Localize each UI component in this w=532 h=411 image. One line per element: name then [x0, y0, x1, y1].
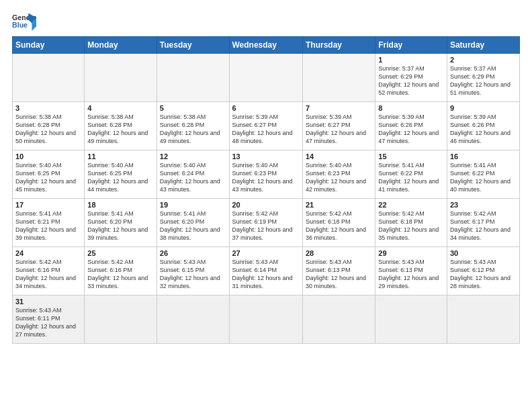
calendar-cell [85, 295, 157, 344]
day-info: Sunrise: 5:40 AM Sunset: 6:23 PM Dayligh… [232, 161, 300, 194]
day-info: Sunrise: 5:41 AM Sunset: 6:21 PM Dayligh… [15, 210, 81, 242]
col-header-sunday: Sunday [13, 37, 85, 54]
day-number: 4 [87, 104, 153, 112]
calendar-cell: 13Sunrise: 5:40 AM Sunset: 6:23 PM Dayli… [229, 150, 302, 199]
day-info: Sunrise: 5:39 AM Sunset: 6:26 PM Dayligh… [378, 113, 444, 146]
calendar-cell [229, 295, 302, 344]
day-info: Sunrise: 5:43 AM Sunset: 6:12 PM Dayligh… [450, 258, 517, 291]
day-number: 14 [306, 152, 372, 161]
day-info: Sunrise: 5:42 AM Sunset: 6:18 PM Dayligh… [378, 210, 444, 242]
calendar-cell: 20Sunrise: 5:42 AM Sunset: 6:19 PM Dayli… [229, 199, 302, 247]
day-info: Sunrise: 5:40 AM Sunset: 6:25 PM Dayligh… [15, 161, 81, 194]
day-info: Sunrise: 5:40 AM Sunset: 6:24 PM Dayligh… [160, 161, 226, 194]
day-number: 23 [450, 201, 517, 209]
calendar-cell: 7Sunrise: 5:39 AM Sunset: 6:27 PM Daylig… [302, 102, 375, 150]
day-number: 9 [450, 104, 517, 112]
day-number: 30 [450, 249, 517, 257]
day-info: Sunrise: 5:41 AM Sunset: 6:20 PM Dayligh… [87, 210, 153, 242]
calendar-cell: 24Sunrise: 5:42 AM Sunset: 6:16 PM Dayli… [13, 247, 85, 295]
calendar-cell [229, 54, 302, 102]
calendar-cell: 4Sunrise: 5:38 AM Sunset: 6:28 PM Daylig… [85, 102, 157, 150]
week-row-2: 3Sunrise: 5:38 AM Sunset: 6:28 PM Daylig… [13, 102, 520, 150]
day-info: Sunrise: 5:42 AM Sunset: 6:18 PM Dayligh… [306, 210, 372, 242]
calendar-cell: 3Sunrise: 5:38 AM Sunset: 6:28 PM Daylig… [13, 102, 85, 150]
calendar-cell: 6Sunrise: 5:39 AM Sunset: 6:27 PM Daylig… [229, 102, 302, 150]
logo: General Blue [12, 12, 36, 31]
calendar-cell: 2Sunrise: 5:37 AM Sunset: 6:29 PM Daylig… [447, 54, 519, 102]
calendar-cell: 21Sunrise: 5:42 AM Sunset: 6:18 PM Dayli… [302, 199, 375, 247]
calendar-cell [302, 295, 375, 344]
calendar-cell: 27Sunrise: 5:43 AM Sunset: 6:14 PM Dayli… [229, 247, 302, 295]
calendar-cell [302, 54, 375, 102]
day-number: 3 [15, 104, 81, 112]
calendar-cell: 1Sunrise: 5:37 AM Sunset: 6:29 PM Daylig… [375, 54, 447, 102]
svg-text:Blue: Blue [12, 21, 28, 29]
day-number: 18 [87, 201, 153, 209]
calendar-cell: 25Sunrise: 5:42 AM Sunset: 6:16 PM Dayli… [85, 247, 157, 295]
day-number: 19 [160, 201, 226, 209]
week-row-3: 10Sunrise: 5:40 AM Sunset: 6:25 PM Dayli… [13, 150, 520, 199]
day-number: 25 [87, 249, 153, 257]
calendar-cell: 23Sunrise: 5:42 AM Sunset: 6:17 PM Dayli… [447, 199, 519, 247]
calendar-cell [157, 54, 229, 102]
calendar-cell: 28Sunrise: 5:43 AM Sunset: 6:13 PM Dayli… [302, 247, 375, 295]
day-number: 16 [450, 152, 517, 161]
calendar-cell [375, 295, 447, 344]
day-info: Sunrise: 5:42 AM Sunset: 6:19 PM Dayligh… [232, 210, 300, 242]
day-number: 20 [232, 201, 300, 209]
calendar-cell: 16Sunrise: 5:41 AM Sunset: 6:22 PM Dayli… [447, 150, 519, 199]
col-header-tuesday: Tuesday [157, 37, 229, 54]
day-number: 29 [378, 249, 444, 257]
day-info: Sunrise: 5:41 AM Sunset: 6:22 PM Dayligh… [378, 161, 444, 194]
calendar-cell: 14Sunrise: 5:40 AM Sunset: 6:23 PM Dayli… [302, 150, 375, 199]
day-info: Sunrise: 5:40 AM Sunset: 6:23 PM Dayligh… [306, 161, 372, 194]
calendar-table: SundayMondayTuesdayWednesdayThursdayFrid… [12, 36, 520, 344]
day-number: 6 [232, 104, 300, 112]
calendar-cell: 29Sunrise: 5:43 AM Sunset: 6:13 PM Dayli… [375, 247, 447, 295]
day-number: 11 [87, 152, 153, 161]
day-number: 2 [450, 56, 517, 64]
day-info: Sunrise: 5:38 AM Sunset: 6:28 PM Dayligh… [15, 113, 81, 146]
day-info: Sunrise: 5:43 AM Sunset: 6:13 PM Dayligh… [306, 258, 372, 291]
day-info: Sunrise: 5:43 AM Sunset: 6:15 PM Dayligh… [160, 258, 226, 291]
day-number: 26 [160, 249, 226, 257]
day-number: 1 [378, 56, 444, 64]
day-number: 13 [232, 152, 300, 161]
col-header-saturday: Saturday [447, 37, 519, 54]
day-info: Sunrise: 5:39 AM Sunset: 6:27 PM Dayligh… [306, 113, 372, 146]
day-number: 7 [306, 104, 372, 112]
day-info: Sunrise: 5:38 AM Sunset: 6:28 PM Dayligh… [160, 113, 226, 146]
generalblue-logo-icon: General Blue [12, 12, 36, 31]
day-info: Sunrise: 5:41 AM Sunset: 6:22 PM Dayligh… [450, 161, 517, 194]
calendar-cell [447, 295, 519, 344]
day-number: 21 [306, 201, 372, 209]
day-info: Sunrise: 5:40 AM Sunset: 6:25 PM Dayligh… [87, 161, 153, 194]
col-header-monday: Monday [85, 37, 157, 54]
calendar-cell: 22Sunrise: 5:42 AM Sunset: 6:18 PM Dayli… [375, 199, 447, 247]
day-number: 5 [160, 104, 226, 112]
day-info: Sunrise: 5:37 AM Sunset: 6:29 PM Dayligh… [450, 64, 517, 97]
day-number: 12 [160, 152, 226, 161]
calendar-cell: 12Sunrise: 5:40 AM Sunset: 6:24 PM Dayli… [157, 150, 229, 199]
calendar-cell: 31Sunrise: 5:43 AM Sunset: 6:11 PM Dayli… [13, 295, 85, 344]
day-number: 17 [15, 201, 81, 209]
calendar-cell: 10Sunrise: 5:40 AM Sunset: 6:25 PM Dayli… [13, 150, 85, 199]
col-header-friday: Friday [375, 37, 447, 54]
calendar-cell: 26Sunrise: 5:43 AM Sunset: 6:15 PM Dayli… [157, 247, 229, 295]
calendar-header-row: SundayMondayTuesdayWednesdayThursdayFrid… [13, 37, 520, 54]
day-info: Sunrise: 5:39 AM Sunset: 6:27 PM Dayligh… [232, 113, 300, 146]
day-number: 24 [15, 249, 81, 257]
calendar-cell: 11Sunrise: 5:40 AM Sunset: 6:25 PM Dayli… [85, 150, 157, 199]
page: General Blue SundayMondayTuesdayWednesda… [0, 0, 532, 411]
week-row-5: 24Sunrise: 5:42 AM Sunset: 6:16 PM Dayli… [13, 247, 520, 295]
header: General Blue [12, 12, 520, 31]
day-info: Sunrise: 5:38 AM Sunset: 6:28 PM Dayligh… [87, 113, 153, 146]
day-info: Sunrise: 5:42 AM Sunset: 6:16 PM Dayligh… [15, 258, 81, 291]
day-number: 22 [378, 201, 444, 209]
calendar-cell: 8Sunrise: 5:39 AM Sunset: 6:26 PM Daylig… [375, 102, 447, 150]
day-number: 15 [378, 152, 444, 161]
week-row-4: 17Sunrise: 5:41 AM Sunset: 6:21 PM Dayli… [13, 199, 520, 247]
day-number: 8 [378, 104, 444, 112]
calendar-cell: 17Sunrise: 5:41 AM Sunset: 6:21 PM Dayli… [13, 199, 85, 247]
day-info: Sunrise: 5:41 AM Sunset: 6:20 PM Dayligh… [160, 210, 226, 242]
